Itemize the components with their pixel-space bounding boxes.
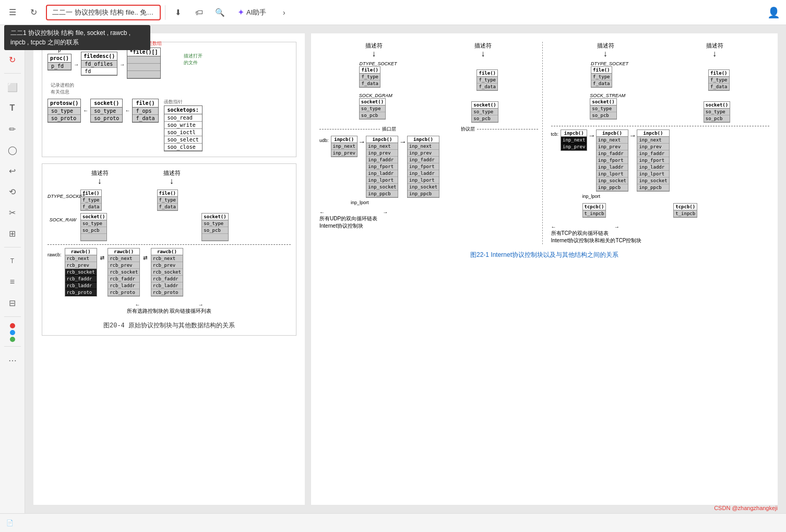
socket1-struct: socket() so_type so_pcb: [80, 213, 107, 241]
file1-fdata: f_data: [81, 204, 101, 210]
file-f-ops: f_ops: [133, 108, 158, 115]
udp-file2: file() f_type f_data: [477, 69, 498, 91]
sidebar-divider3: [4, 316, 21, 317]
more-button[interactable]: ›: [276, 4, 292, 21]
rawcb3-faddr: rcb_faddr: [151, 276, 183, 282]
rawcb3-laddr: rcb_laddr: [151, 282, 183, 289]
memory-label: 记录进程的有关信息: [51, 82, 291, 96]
sidebar-item-grid[interactable]: ⊞: [3, 224, 22, 243]
soo-select: soo_select: [164, 136, 202, 144]
download-button[interactable]: ⬇: [170, 4, 186, 21]
udp-sockdgram: SOCK_DGRAM: [359, 93, 392, 98]
socket-title: socket(): [91, 99, 122, 108]
protosw-title: protosw(): [48, 99, 80, 108]
tcpcb2: tcpcb() t_inpcb: [673, 203, 697, 218]
file1-title: file(): [81, 190, 101, 197]
main-area: ☰ ↻ ⬜ T ✏ ◯ ↩ ⟲ ✂ ⊞ T ≡ ⊟ ⋯: [0, 25, 786, 513]
file1-struct: file() f_type f_data: [80, 190, 102, 211]
csdn-watermark: CSDN @zhangzhangkeji: [714, 505, 778, 511]
right-panel: 描述符 ↓ 描述符 ↓ DTYPE_SOCKET fi: [311, 33, 778, 505]
sidebar-item-frame[interactable]: ⬜: [3, 78, 22, 97]
rawcb3-next: rcb_next: [151, 255, 183, 262]
socket-row: SOCK_RAW socket() so_type so_pcb socket(…: [47, 213, 291, 241]
socket1-extra: [81, 234, 106, 241]
socket-so-type: so_type: [91, 108, 122, 115]
socket2-title: socket(): [202, 214, 228, 220]
chain-arrows: ← →: [47, 302, 291, 308]
socket1-sopcb: so_pcb: [81, 227, 106, 234]
udp-socket2: socket() so_type so_pcb: [471, 101, 498, 123]
sidebar-item-text[interactable]: T: [3, 99, 22, 117]
search-button[interactable]: 🔍: [211, 4, 228, 21]
tag-icon: 🏷: [195, 8, 203, 17]
profile-button[interactable]: 👤: [765, 4, 782, 21]
tcp-file-spacer: [708, 61, 730, 69]
more-icon: ›: [283, 8, 285, 17]
inpcb-tcb: inpcb() inp_next inp_prev: [561, 129, 587, 151]
arrow2: →: [121, 62, 124, 68]
sidebar-item-circle[interactable]: ◯: [3, 140, 22, 159]
current-tab[interactable]: 二二一 协议控制块 结构 file.. 免费版: [46, 5, 161, 20]
tag-button[interactable]: 🏷: [190, 4, 207, 21]
tooltip-text: 二二1 协议控制块 结构 file, socket , rawcb , inpc…: [10, 29, 130, 46]
filedesc-title: filedesc(): [81, 52, 117, 61]
sidebar-item-text2[interactable]: T: [3, 252, 22, 270]
file-struct: file() f_ops f_data: [132, 99, 158, 123]
inpcb-udb: inpcb() inp_next inp_prev: [331, 136, 358, 157]
tcp-chain: ← → 所有TCP的双向循环链表 Internet协议控制块和相关的TCP控制块: [551, 224, 770, 244]
tcp-inplport-label: inp_lport: [582, 194, 770, 199]
rawcb1-proto: rcb_proto: [65, 289, 97, 296]
separator1: [47, 244, 291, 245]
sidebar-divider4: [4, 346, 21, 347]
file-array-f3: [127, 71, 160, 78]
tcp-inpcb1: inpcb() inp_next inp_prev inp_faddr inp_…: [596, 129, 628, 192]
sidebar-item-pen[interactable]: ✏: [3, 120, 22, 138]
proc-title: proc(): [48, 54, 71, 63]
file-array-struct: *file()[]: [127, 48, 160, 79]
protosw-so-type: so_type: [48, 108, 80, 115]
file2-ftype: f_type: [158, 197, 178, 204]
bottom-text: 📄: [6, 519, 14, 526]
toolbar: ☰ ↻ 二二一 协议控制块 结构 file.. 免费版 ⬇ 🏷 🔍 ✦ AI助手…: [0, 0, 786, 25]
arrow3: ←: [84, 108, 87, 114]
tcp-layer-sep: [551, 126, 770, 126]
sidebar-item-list[interactable]: ≡: [3, 273, 22, 291]
tcp-sockstream: SOCK_STREAM: [590, 93, 625, 98]
tcp-inpcb-arrow1: →: [589, 132, 593, 140]
file-f-data: f_data: [133, 115, 158, 122]
udp-socket-spacer: [471, 93, 498, 101]
udp-socket-row: SOCK_DGRAM socket() so_type so_pcb socke…: [319, 93, 538, 123]
udp-all-label: 所有UDP的双向循环链表: [319, 215, 538, 222]
download-icon: ⬇: [175, 8, 182, 17]
udp-sep-line1: [319, 129, 380, 129]
udp-chain: ← → 所有UDP的双向循环链表 Internet协议控制块: [319, 209, 538, 230]
sidebar-item-spiral[interactable]: ⟲: [3, 182, 22, 201]
rawcb3-title: rawcb(): [151, 249, 183, 255]
menu-button[interactable]: ☰: [4, 4, 21, 21]
rawcb2-socket: rcb_socket: [108, 269, 139, 276]
ai-assistant[interactable]: ✦ AI助手: [232, 5, 271, 19]
arrow1: →: [75, 62, 78, 68]
rawcb3-prev: rcb_prev: [151, 262, 183, 269]
desc2-label: 描述符: [151, 169, 193, 177]
rawcb-arrows1: ⇄: [100, 253, 104, 262]
tcp-file-row: DTYPE_SOCKET file() f_type f_data file(): [551, 61, 770, 91]
udp-file-row: DTYPE_SOCKET file() f_type f_data file(): [319, 61, 538, 91]
sidebar-item-curve[interactable]: ↩: [3, 161, 22, 180]
desc2-arrow: ↓: [151, 177, 193, 186]
tcp-inpcb-arrow2: →: [630, 132, 635, 140]
rawcb3-socket: rcb_socket: [151, 269, 183, 276]
socket2-struct: socket() so_type so_pcb: [201, 213, 228, 241]
sidebar-item-list2[interactable]: ⊟: [3, 293, 22, 312]
rawcb1-faddr: rcb_faddr: [65, 276, 97, 282]
udp-inpcb2: inpcb() inp_next inp_prev inp_faddr inp_…: [407, 136, 439, 198]
sidebar-item-more[interactable]: ⋯: [3, 351, 22, 370]
udp-diagram: 描述符 ↓ 描述符 ↓ DTYPE_SOCKET fi: [319, 42, 543, 244]
refresh-button[interactable]: ↻: [25, 4, 42, 21]
socketops-title: socketops:: [164, 106, 202, 114]
sidebar-item-refresh[interactable]: ↻: [3, 50, 22, 69]
file-array-f2: [127, 64, 160, 71]
sidebar-item-scissors[interactable]: ✂: [3, 203, 22, 222]
tcp-inpcb-row: tcb: inpcb() inp_next inp_prev → inpcb()…: [551, 129, 770, 192]
socketops-struct: socketops: soo_read soo_write soo_ioctl …: [164, 105, 203, 151]
